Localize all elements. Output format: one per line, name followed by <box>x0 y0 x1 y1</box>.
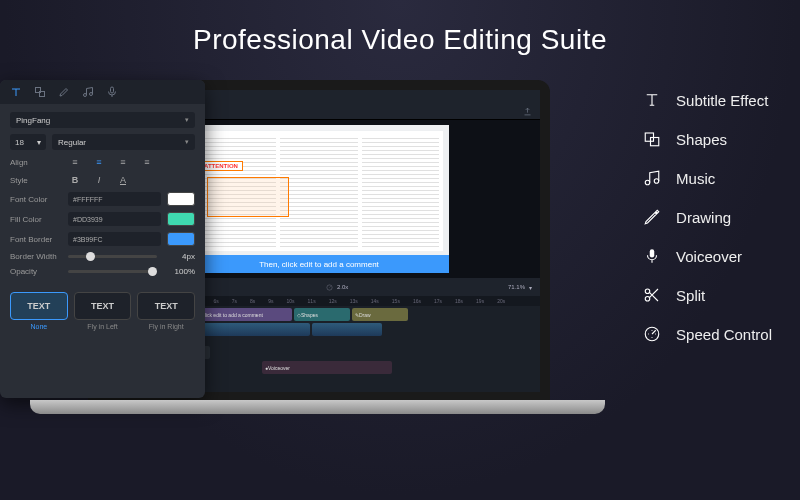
preset-fly-right-caption: Fly in Right <box>149 323 184 330</box>
feature-drawing: Drawing <box>642 207 772 227</box>
panel-tab-music-icon[interactable] <box>82 86 94 98</box>
opacity-slider[interactable] <box>68 270 157 273</box>
panel-tab-bar <box>0 80 205 104</box>
speed-control[interactable]: 2.0x <box>326 284 348 291</box>
align-justify-icon[interactable]: ≡ <box>140 156 154 168</box>
laptop-base <box>30 400 605 414</box>
border-color-input[interactable]: #3B99FC <box>68 232 161 246</box>
preview-caption: Then, click edit to add a comment <box>189 255 449 273</box>
align-center-icon[interactable]: ≡ <box>92 156 106 168</box>
preset-fly-left-caption: Fly in Left <box>87 323 117 330</box>
svg-point-13 <box>645 180 650 185</box>
preset-none[interactable]: TEXT <box>10 292 68 320</box>
feature-speed: Speed Control <box>642 324 772 344</box>
chevron-down-icon: ▾ <box>185 116 189 124</box>
fill-color-swatch[interactable] <box>167 212 195 226</box>
font-weight-select[interactable]: Regular▾ <box>52 134 195 150</box>
video-clip[interactable] <box>312 323 382 336</box>
style-label: Style <box>10 176 62 185</box>
panel-tab-shapes-icon[interactable] <box>34 86 46 98</box>
align-left-icon[interactable]: ≡ <box>68 156 82 168</box>
hero-title: Professional Video Editing Suite <box>0 0 800 56</box>
border-color-swatch[interactable] <box>167 232 195 246</box>
shapes-icon <box>642 129 662 149</box>
opacity-label: Opacity <box>10 267 62 276</box>
feature-subtitle: Subtitle Effect <box>642 90 772 110</box>
font-family-select[interactable]: PingFang▾ <box>10 112 195 128</box>
svg-rect-10 <box>111 87 114 93</box>
text-icon <box>642 90 662 110</box>
svg-point-14 <box>654 179 659 184</box>
preset-none-caption: None <box>30 323 47 330</box>
animation-presets: TEXT None TEXT Fly in Left TEXT Fly in R… <box>0 284 205 338</box>
fill-color-input[interactable]: #DD3939 <box>68 212 161 226</box>
pencil-icon <box>642 207 662 227</box>
bold-button[interactable]: B <box>68 174 82 186</box>
laptop-stage: ATTENTION Then, click edit to add a comm… <box>30 80 575 470</box>
border-width-value: 4px <box>163 252 195 261</box>
mic-icon <box>642 246 662 266</box>
highlight-box <box>207 177 289 217</box>
font-size-select[interactable]: 18▾ <box>10 134 46 150</box>
font-color-input[interactable]: #FFFFFF <box>68 192 161 206</box>
font-color-label: Font Color <box>10 195 62 204</box>
svg-point-9 <box>90 93 93 96</box>
export-icon[interactable] <box>523 107 532 116</box>
zoom-control[interactable]: 71.1%▾ <box>508 284 532 291</box>
underline-button[interactable]: A <box>116 174 130 186</box>
attention-label: ATTENTION <box>199 161 243 171</box>
italic-button[interactable]: I <box>92 174 106 186</box>
svg-rect-15 <box>650 249 655 257</box>
gauge-icon <box>642 324 662 344</box>
feature-voiceover: Voiceover <box>642 246 772 266</box>
fill-color-label: Fill Color <box>10 215 62 224</box>
text-properties-panel: PingFang▾ 18▾ Regular▾ Align ≡ ≡ ≡ ≡ Sty… <box>0 80 205 398</box>
panel-tab-text-icon[interactable] <box>10 86 22 98</box>
voice-clip[interactable]: ● Voiceover <box>262 361 392 374</box>
border-color-label: Font Border <box>10 235 62 244</box>
preset-fly-left[interactable]: TEXT <box>74 292 132 320</box>
preset-fly-right[interactable]: TEXT <box>137 292 195 320</box>
feature-list: Subtitle Effect Shapes Music Drawing Voi… <box>642 90 772 344</box>
feature-shapes: Shapes <box>642 129 772 149</box>
border-width-slider[interactable] <box>68 255 157 258</box>
align-right-icon[interactable]: ≡ <box>116 156 130 168</box>
shape-clip[interactable]: ◇ Shapes <box>294 308 350 321</box>
border-width-label: Border Width <box>10 252 62 261</box>
svg-point-8 <box>84 94 87 97</box>
feature-split: Split <box>642 285 772 305</box>
scissors-icon <box>642 285 662 305</box>
align-label: Align <box>10 158 62 167</box>
opacity-value: 100% <box>163 267 195 276</box>
draw-clip[interactable]: ✎ Draw <box>352 308 408 321</box>
feature-music: Music <box>642 168 772 188</box>
panel-tab-mic-icon[interactable] <box>106 86 118 98</box>
music-icon <box>642 168 662 188</box>
preview-canvas: ATTENTION Then, click edit to add a comm… <box>189 125 449 273</box>
font-color-swatch[interactable] <box>167 192 195 206</box>
panel-tab-pencil-icon[interactable] <box>58 86 70 98</box>
